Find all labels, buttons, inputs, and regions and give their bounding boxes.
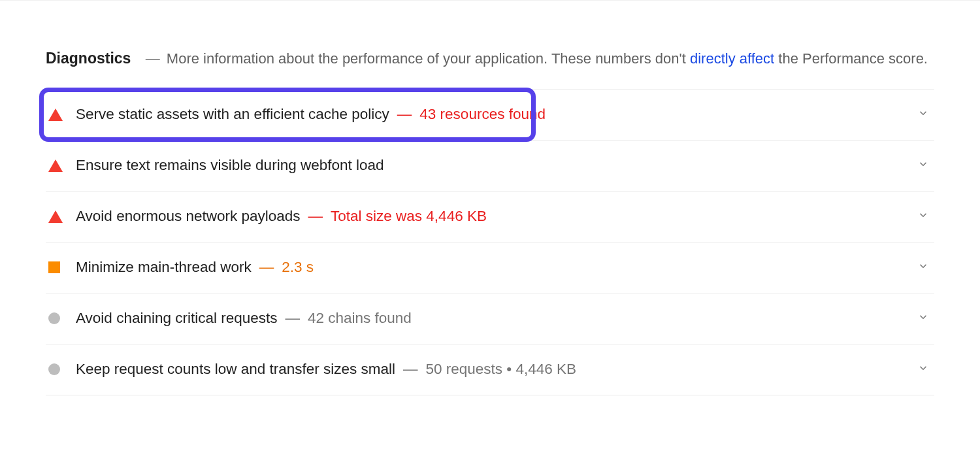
severity-triangle-red-icon	[48, 159, 76, 172]
chevron-down-icon	[909, 311, 929, 326]
dash-separator: —	[259, 259, 274, 276]
chevron-down-icon	[909, 158, 929, 173]
chevron-down-icon	[909, 260, 929, 275]
diagnostic-title: Keep request counts low and transfer siz…	[76, 361, 395, 378]
diagnostics-header: Diagnostics — More information about the…	[46, 46, 934, 71]
diagnostic-item-network-payloads[interactable]: Avoid enormous network payloads — Total …	[46, 192, 934, 242]
severity-triangle-red-icon	[48, 109, 76, 121]
diagnostic-detail: 43 resources found	[419, 106, 546, 123]
dash-separator: —	[308, 208, 323, 225]
diagnostic-detail: 42 chains found	[308, 310, 412, 327]
diagnostics-list: Serve static assets with an efficient ca…	[46, 89, 934, 395]
diagnostic-title: Minimize main-thread work	[76, 259, 252, 276]
diagnostic-item-request-counts[interactable]: Keep request counts low and transfer siz…	[46, 344, 934, 395]
section-description-before: More information about the performance o…	[167, 50, 690, 67]
directly-affect-link[interactable]: directly affect	[690, 50, 774, 67]
dash-separator: —	[286, 310, 301, 327]
diagnostic-title: Serve static assets with an efficient ca…	[76, 106, 389, 123]
diagnostic-title: Avoid chaining critical requests	[76, 310, 278, 327]
diagnostic-detail: Total size was 4,446 KB	[331, 208, 487, 225]
section-description-after: the Performance score.	[774, 50, 928, 67]
diagnostic-item-main-thread[interactable]: Minimize main-thread work — 2.3 s	[46, 242, 934, 293]
diagnostic-item-webfont-load[interactable]: Ensure text remains visible during webfo…	[46, 141, 934, 192]
severity-square-orange-icon	[48, 261, 76, 273]
chevron-down-icon	[909, 107, 929, 122]
dash-separator: —	[397, 106, 412, 123]
dash-separator: —	[403, 361, 418, 378]
chevron-down-icon	[909, 362, 929, 376]
chevron-down-icon	[909, 209, 929, 224]
section-title: Diagnostics	[46, 50, 131, 67]
severity-circle-gray-icon	[48, 363, 76, 375]
diagnostic-item-chaining-requests[interactable]: Avoid chaining critical requests — 42 ch…	[46, 293, 934, 344]
diagnostic-title: Avoid enormous network payloads	[76, 208, 301, 225]
dash-separator: —	[146, 50, 160, 67]
diagnostic-detail: 2.3 s	[282, 259, 314, 276]
diagnostic-title: Ensure text remains visible during webfo…	[76, 157, 384, 174]
severity-circle-gray-icon	[48, 312, 76, 324]
diagnostic-detail: 50 requests • 4,446 KB	[426, 361, 577, 378]
severity-triangle-red-icon	[48, 210, 76, 223]
diagnostic-item-cache-policy[interactable]: Serve static assets with an efficient ca…	[46, 90, 934, 141]
